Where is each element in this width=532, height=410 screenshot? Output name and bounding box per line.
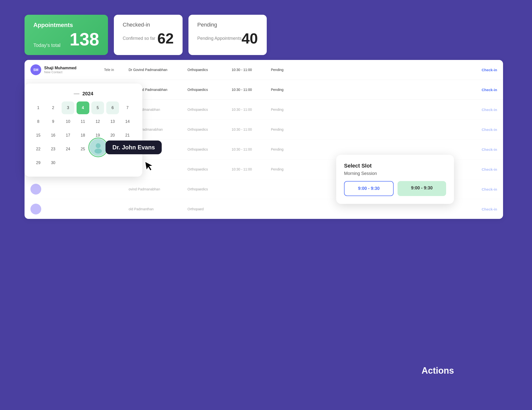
cal-day-14[interactable]: 14: [121, 115, 134, 128]
main-container: Appointments Today's total 138 Checked-i…: [25, 15, 503, 396]
status-col: Pending: [271, 88, 295, 92]
svg-point-1: [94, 149, 102, 154]
department-col: Orthopaedics: [187, 127, 227, 131]
status-col: Pending: [271, 147, 295, 151]
time-slot: 10:30 - 11:00: [232, 167, 266, 171]
cal-day-4[interactable]: 4: [77, 101, 89, 114]
checkedin-title: Checked-in: [123, 22, 174, 28]
cal-day-15[interactable]: 15: [32, 129, 45, 142]
cal-day-18[interactable]: 18: [77, 129, 89, 142]
checkin-button[interactable]: Check-in: [482, 108, 497, 112]
checkin-button[interactable]: Check-in: [482, 187, 497, 191]
department-col: Orthopaedics: [187, 147, 227, 151]
checkin-button[interactable]: Check-in: [482, 127, 497, 132]
table-row: SM Shaji Muhammed New Contact Tele in Dr…: [25, 60, 503, 80]
doctor-tooltip-area: Dr. John Evans: [88, 138, 162, 157]
checkedin-number: 62: [157, 30, 174, 47]
department-col: Orthopaedics: [187, 108, 227, 112]
department-col: Orthopaedics: [187, 68, 227, 72]
patient-type: New Contact: [44, 70, 77, 74]
patient-name: Shaji Muhammed: [44, 66, 77, 70]
cal-day-12[interactable]: 12: [91, 115, 104, 128]
checkin-button[interactable]: Check-in: [482, 68, 497, 72]
calendar-year: 2024: [82, 91, 93, 97]
avatar: [30, 204, 41, 214]
cal-day-22[interactable]: 22: [32, 143, 45, 156]
cal-day-24[interactable]: 24: [62, 143, 74, 156]
department-col: Orthopaedics: [187, 88, 227, 92]
patient-info: [30, 204, 99, 214]
cal-day-30[interactable]: 30: [47, 156, 60, 169]
cal-day-10[interactable]: 10: [62, 115, 74, 128]
pending-subtitle: Pending Appointments: [197, 36, 241, 41]
doctor-avatar-icon: [90, 139, 107, 156]
patient-info: [30, 184, 99, 195]
status-col: Pending: [271, 108, 295, 112]
doctor-avatar: [88, 138, 108, 157]
appointments-card: Appointments Today's total 138: [25, 15, 108, 55]
cal-day-2[interactable]: 2: [47, 101, 60, 114]
pending-number: 40: [241, 30, 258, 47]
status-col: Pending: [271, 127, 295, 131]
status-col: Pending: [271, 68, 295, 72]
doctor-col: old Padmanthan: [129, 207, 183, 211]
doctor-name-tooltip: Dr. John Evans: [106, 141, 162, 154]
svg-point-0: [96, 143, 101, 148]
status-col: Pending: [271, 167, 295, 171]
appointments-subtitle: Today's total: [33, 42, 61, 48]
calendar-nav-left[interactable]: [74, 93, 80, 94]
checkin-button[interactable]: Check-in: [482, 88, 497, 92]
department-col: Orthopaedics: [187, 187, 227, 191]
cal-day-7[interactable]: 7: [121, 101, 134, 114]
checkedin-subtitle: Confirmed so far: [123, 36, 155, 41]
avatar: [30, 184, 41, 195]
stats-row: Appointments Today's total 138 Checked-i…: [25, 15, 503, 55]
cal-day-23[interactable]: 23: [47, 143, 60, 156]
calendar-grid: 1234567891011121314151617181920212223242…: [32, 101, 135, 169]
doctor-col: Dr Govind Padmanabhan: [129, 68, 183, 72]
time-slot: 10:30 - 11:00: [232, 68, 266, 72]
pending-title: Pending: [197, 22, 258, 28]
pending-card: Pending Pending Appointments 40: [188, 15, 267, 55]
doctor-col: ovind Padmanabhan: [129, 187, 183, 191]
cal-day-3[interactable]: 3: [62, 101, 74, 114]
checkin-button[interactable]: Check-in: [482, 147, 497, 152]
cal-day-16[interactable]: 16: [47, 129, 60, 142]
cal-day-1[interactable]: 1: [32, 101, 45, 114]
cal-day-8[interactable]: 8: [32, 115, 45, 128]
calendar-card: 2024 12345678910111213141516171819202122…: [25, 84, 142, 177]
avatar: SM: [30, 64, 41, 75]
appointments-title: Appointments: [33, 22, 99, 28]
slot-btn-1[interactable]: 9:00 - 9:30: [344, 181, 394, 196]
time-slot: 10:30 - 11:00: [232, 108, 266, 112]
slot-btn-2[interactable]: 9:00 - 9:30: [398, 181, 446, 196]
session-label: Morning Session: [344, 171, 446, 176]
cal-day-5[interactable]: 5: [91, 101, 104, 114]
checkin-button[interactable]: Check-in: [482, 207, 497, 211]
patient-info: SM Shaji Muhammed New Contact: [30, 64, 99, 75]
time-slot: 10:30 - 11:00: [232, 88, 266, 92]
select-slot-card: Select Slot Morning Session 9:00 - 9:30 …: [336, 155, 454, 204]
cal-day-25[interactable]: 25: [77, 143, 89, 156]
tele-badge: Tele in: [104, 68, 124, 72]
time-slot: 10:30 - 11:00: [232, 127, 266, 131]
cal-day-13[interactable]: 13: [106, 115, 119, 128]
department-col: Orthopaedics: [187, 167, 227, 171]
time-slot: 10:30 - 11:00: [232, 147, 266, 151]
cal-day-9[interactable]: 9: [47, 115, 60, 128]
cal-day-17[interactable]: 17: [62, 129, 74, 142]
appointments-number: 138: [70, 30, 99, 48]
checkedin-card: Checked-in Confirmed so far 62: [114, 15, 183, 55]
cal-day-6[interactable]: 6: [106, 101, 119, 114]
actions-label: Actions: [422, 366, 454, 376]
cal-day-11[interactable]: 11: [77, 115, 89, 128]
checkin-button[interactable]: Check-in: [482, 167, 497, 171]
slot-buttons: 9:00 - 9:30 9:00 - 9:30: [344, 181, 446, 196]
cal-day-29[interactable]: 29: [32, 156, 45, 169]
department-col: Orthopaed: [187, 207, 227, 211]
select-slot-title: Select Slot: [344, 163, 446, 169]
